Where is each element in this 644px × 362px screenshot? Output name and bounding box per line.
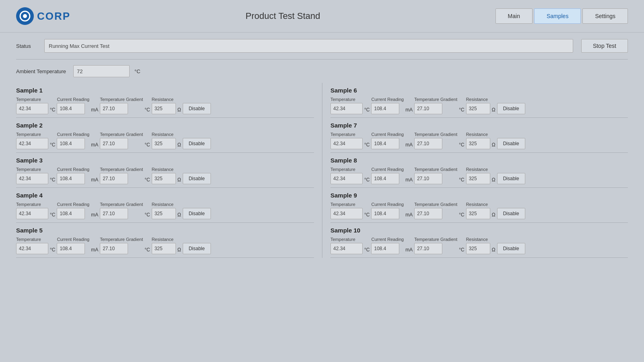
sample-6-tg-input[interactable] [414, 103, 442, 114]
sample-8-section: Sample 8 Temperature °C Current Reading … [330, 153, 628, 188]
sample-9-fields: Temperature °C Current Reading mA Temper… [330, 202, 628, 219]
sample-1-disable-btn[interactable]: Disable [183, 103, 211, 114]
sample-9-disable-btn[interactable]: Disable [497, 208, 525, 219]
nav-settings[interactable]: Settings [582, 8, 628, 24]
sample-7-disable-btn[interactable]: Disable [497, 138, 525, 149]
nav-samples[interactable]: Samples [534, 8, 581, 24]
sample-5-fields: Temperature °C Current Reading mA Temper… [16, 237, 314, 254]
sample-8-res-input[interactable] [466, 173, 490, 184]
sample-2-disable-btn[interactable]: Disable [183, 138, 211, 149]
sample-3-disable-btn[interactable]: Disable [183, 173, 211, 184]
sample-1-current-input[interactable] [57, 103, 85, 114]
status-bar: Status Stop Test [0, 33, 644, 59]
sample-5-disable-btn[interactable]: Disable [183, 243, 211, 254]
sample-6-disable-btn[interactable]: Disable [497, 103, 525, 114]
sample-6-current-input[interactable] [371, 103, 399, 114]
sample-2-tg-input[interactable] [100, 138, 128, 149]
sample-5-tg-input[interactable] [100, 243, 128, 254]
sample-1-res-unit: Ω [178, 107, 181, 113]
sample-7-title: Sample 7 [330, 122, 628, 129]
sample-5-title: Sample 5 [16, 227, 314, 234]
sample-1-temp-input[interactable] [16, 103, 48, 114]
sample-10-disable-btn[interactable]: Disable [497, 243, 525, 254]
sample-9-tg-input[interactable] [414, 208, 442, 219]
sample-1-res-label: Resistance [152, 97, 176, 102]
sample-10-fields: Temperature °C Current Reading mA Temper… [330, 237, 628, 254]
nav-buttons: Main Samples Settings [495, 8, 628, 24]
sample-9-section: Sample 9 Temperature °C Current Reading … [330, 188, 628, 223]
sample-3-section: Sample 3 Temperature °C Current Reading … [16, 153, 314, 188]
sample-6-res-input[interactable] [466, 103, 490, 114]
sample-1-fields: Temperature °C Current Reading mA Temper… [16, 97, 314, 114]
sample-8-temp-input[interactable] [330, 173, 363, 184]
sample-4-title: Sample 4 [16, 192, 314, 199]
sample-7-res-input[interactable] [466, 138, 490, 149]
sample-7-temp-input[interactable] [330, 138, 363, 149]
sample-8-current-input[interactable] [371, 173, 399, 184]
sample-2-current-input[interactable] [57, 138, 85, 149]
sample-6-section: Sample 6 Temperature °C Current Reading … [330, 83, 628, 118]
sample-9-title: Sample 9 [330, 192, 628, 199]
sample-9-temp-input[interactable] [330, 208, 363, 219]
sample-2-res-input[interactable] [152, 138, 176, 149]
sample-1-temp-unit: °C [50, 107, 55, 113]
sample-2-section: Sample 2 Temperature °C Current Reading … [16, 118, 314, 153]
logo: CORP [16, 7, 70, 25]
sample-3-res-input[interactable] [152, 173, 176, 184]
sample-10-temp-input[interactable] [330, 243, 363, 254]
sample-8-fields: Temperature °C Current Reading mA Temper… [330, 167, 628, 184]
sample-1-temp-label: Temperature [16, 97, 48, 102]
sample-10-current-input[interactable] [371, 243, 399, 254]
sample-2-title: Sample 2 [16, 122, 314, 129]
samples-right-col: Sample 6 Temperature °C Current Reading … [322, 83, 628, 258]
sample-8-tg-input[interactable] [414, 173, 442, 184]
sample-1-tg-input[interactable] [100, 103, 128, 114]
sample-10-title: Sample 10 [330, 227, 628, 234]
sample-5-current-input[interactable] [57, 243, 85, 254]
sample-4-temp-input[interactable] [16, 208, 48, 219]
ambient-input[interactable] [73, 65, 130, 77]
logo-text: CORP [37, 10, 70, 23]
ambient-row: Ambient Temperature °C [0, 60, 644, 83]
sample-1-current-group: Current Reading [57, 97, 89, 114]
sample-5-res-input[interactable] [152, 243, 176, 254]
sample-6-temp-input[interactable] [330, 103, 363, 114]
sample-2-temp-input[interactable] [16, 138, 48, 149]
sample-10-res-input[interactable] [466, 243, 490, 254]
header: CORP Product Test Stand Main Samples Set… [0, 0, 644, 33]
status-label: Status [16, 43, 36, 49]
sample-4-current-input[interactable] [57, 208, 85, 219]
sample-9-res-input[interactable] [466, 208, 490, 219]
sample-4-fields: Temperature °C Current Reading mA Temper… [16, 202, 314, 219]
sample-8-title: Sample 8 [330, 157, 628, 164]
sample-1-tg-label: Temperature Gradient [100, 97, 143, 102]
sample-1-res-input[interactable] [152, 103, 176, 114]
ambient-label: Ambient Temperature [16, 68, 68, 74]
nav-main[interactable]: Main [495, 8, 533, 24]
sample-6-title: Sample 6 [330, 87, 628, 94]
sample-4-section: Sample 4 Temperature °C Current Reading … [16, 188, 314, 223]
sample-1-title: Sample 1 [16, 87, 314, 94]
sample-10-tg-input[interactable] [414, 243, 442, 254]
sample-5-temp-input[interactable] [16, 243, 48, 254]
logo-icon [16, 7, 34, 25]
ambient-unit: °C [134, 68, 140, 74]
sample-8-disable-btn[interactable]: Disable [497, 173, 525, 184]
sample-1-tg-group: Temperature Gradient [100, 97, 143, 114]
sample-4-disable-btn[interactable]: Disable [183, 208, 211, 219]
sample-7-section: Sample 7 Temperature °C Current Reading … [330, 118, 628, 153]
sample-7-current-input[interactable] [371, 138, 399, 149]
sample-3-temp-input[interactable] [16, 173, 48, 184]
sample-4-res-input[interactable] [152, 208, 176, 219]
sample-3-current-input[interactable] [57, 173, 85, 184]
stop-test-button[interactable]: Stop Test [581, 39, 628, 53]
sample-9-current-input[interactable] [371, 208, 399, 219]
sample-7-tg-input[interactable] [414, 138, 442, 149]
sample-4-tg-input[interactable] [100, 208, 128, 219]
status-input[interactable] [44, 39, 573, 53]
sample-2-fields: Temperature °C Current Reading mA Temper… [16, 132, 314, 149]
sample-3-tg-input[interactable] [100, 173, 128, 184]
sample-3-title: Sample 3 [16, 157, 314, 164]
page-title: Product Test Stand [70, 11, 495, 21]
samples-grid: Sample 1 Temperature °C Current Reading … [0, 83, 644, 258]
